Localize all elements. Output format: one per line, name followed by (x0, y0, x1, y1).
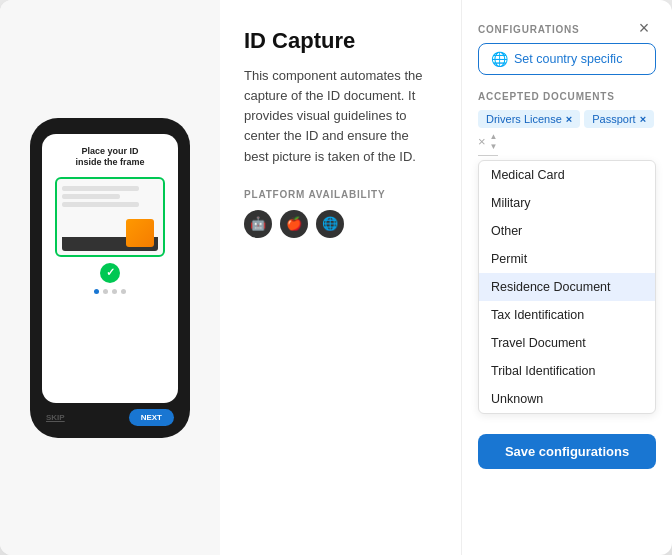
arrow-up-icon[interactable]: ▲ (490, 132, 498, 141)
tag-passport-remove[interactable]: × (640, 113, 646, 125)
pagination-dots (94, 289, 126, 294)
skip-label: SKIP (46, 413, 65, 422)
phone-screen: Place your ID inside the frame (42, 134, 178, 403)
id-photo (126, 219, 154, 247)
dot-2 (103, 289, 108, 294)
phone-mockup: Place your ID inside the frame (30, 118, 190, 438)
tag-input-row: × ▲ ▼ (478, 132, 498, 156)
component-title: ID Capture (244, 28, 433, 54)
android-icon: 🤖 (244, 210, 272, 238)
dropdown-item-military[interactable]: Military (479, 189, 655, 217)
id-line-2 (62, 194, 119, 199)
id-line-3 (62, 202, 138, 207)
check-circle-icon (100, 263, 120, 283)
config-section: CONFIGURATIONS 🌐 Set country specific (478, 24, 656, 75)
close-button[interactable]: × (630, 14, 658, 42)
arrow-down-icon[interactable]: ▼ (490, 142, 498, 151)
dropdown-item-unknown[interactable]: Unknown (479, 385, 655, 413)
phone-screen-title: Place your ID inside the frame (75, 146, 144, 169)
phone-preview-panel: Place your ID inside the frame (0, 0, 220, 555)
component-description: This component automates the capture of … (244, 66, 433, 167)
document-type-dropdown: Medical Card Military Other Permit Resid… (478, 160, 656, 414)
dropdown-item-permit[interactable]: Permit (479, 245, 655, 273)
accepted-docs-label: ACCEPTED DOCUMENTS (478, 91, 656, 102)
dot-4 (121, 289, 126, 294)
accepted-docs-section: ACCEPTED DOCUMENTS Drivers License × Pas… (478, 91, 656, 414)
dot-3 (112, 289, 117, 294)
dot-1 (94, 289, 99, 294)
ios-icon: 🍎 (280, 210, 308, 238)
country-btn-label: Set country specific (514, 52, 622, 66)
id-card (62, 183, 157, 251)
tag-drivers-license-remove[interactable]: × (566, 113, 572, 125)
component-info-panel: ID Capture This component automates the … (220, 0, 462, 555)
dropdown-item-other[interactable]: Other (479, 217, 655, 245)
save-configurations-button[interactable]: Save configurations (478, 434, 656, 469)
dropdown-item-medical-card[interactable]: Medical Card (479, 161, 655, 189)
id-line-1 (62, 186, 138, 191)
globe-icon: 🌐 (491, 51, 508, 67)
dropdown-item-tax-identification[interactable]: Tax Identification (479, 301, 655, 329)
next-button[interactable]: NEXT (129, 409, 174, 426)
tag-drivers-license: Drivers License × (478, 110, 580, 128)
input-clear-icon[interactable]: × (478, 134, 486, 149)
tag-passport-label: Passport (592, 113, 635, 125)
dropdown-item-travel-document[interactable]: Travel Document (479, 329, 655, 357)
modal: × Place your ID inside the frame (0, 0, 672, 555)
dropdown-item-residence-document[interactable]: Residence Document (479, 273, 655, 301)
platform-section-label: PLATFORM AVAILABILITY (244, 189, 433, 200)
web-icon: 🌐 (316, 210, 344, 238)
input-arrows: ▲ ▼ (490, 132, 498, 151)
platform-icons-row: 🤖 🍎 🌐 (244, 210, 433, 238)
set-country-button[interactable]: 🌐 Set country specific (478, 43, 656, 75)
phone-footer: SKIP NEXT (42, 409, 178, 426)
tag-passport: Passport × (584, 110, 654, 128)
tag-drivers-license-label: Drivers License (486, 113, 562, 125)
tags-row: Drivers License × Passport × × ▲ ▼ (478, 110, 656, 156)
id-frame (55, 177, 165, 257)
dropdown-item-tribal-identification[interactable]: Tribal Identification (479, 357, 655, 385)
config-panel: CONFIGURATIONS 🌐 Set country specific AC… (462, 0, 672, 555)
